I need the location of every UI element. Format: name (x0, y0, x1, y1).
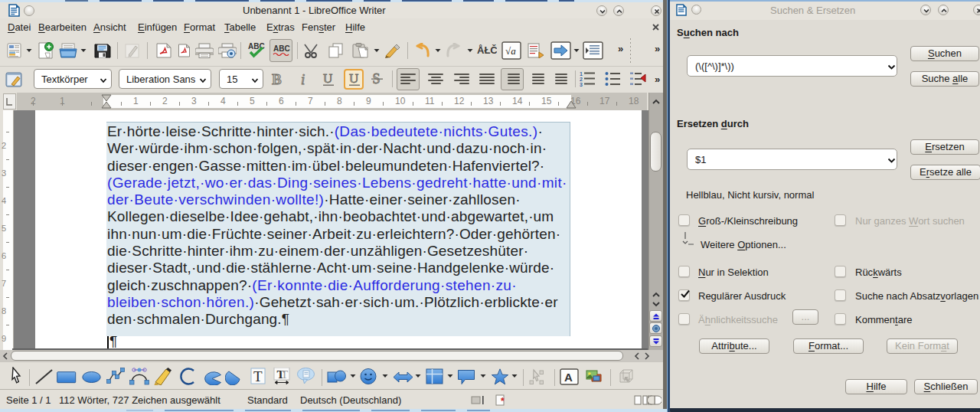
svg-text:A: A (564, 371, 573, 384)
svg-text:B: B (272, 71, 282, 87)
svg-text:2: 2 (580, 77, 583, 82)
svg-text:3: 3 (580, 82, 583, 87)
svg-text:ABC: ABC (273, 44, 290, 53)
svg-text:T: T (281, 368, 288, 381)
svg-text:U: U (323, 71, 332, 86)
svg-text:»: » (618, 44, 623, 54)
svg-text:√a: √a (505, 45, 516, 57)
svg-text:»: » (655, 74, 660, 85)
svg-text:*: * (501, 396, 505, 406)
svg-text:»: » (655, 44, 660, 54)
svg-text:1: 1 (580, 71, 583, 77)
svg-text:U: U (349, 71, 358, 86)
svg-text:i: i (301, 71, 305, 87)
svg-text:ÅŁČ: ÅŁČ (477, 44, 497, 56)
svg-text:T: T (253, 368, 263, 384)
